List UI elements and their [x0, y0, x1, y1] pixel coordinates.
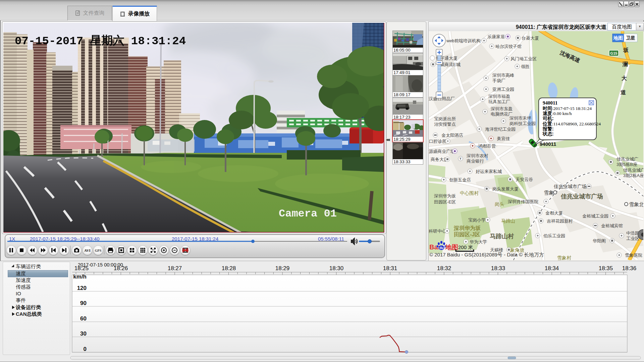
svg-text:威商流E城: 威商流E城 [440, 62, 461, 67]
svg-text:佳兆业城广: 佳兆业城广 [616, 157, 638, 162]
svg-text:深圳市东盈: 深圳市东盈 [490, 106, 513, 111]
svg-text:岗头: 岗头 [495, 201, 504, 207]
svg-text:30: 30 [80, 330, 87, 337]
svg-text:深圳市禾坪: 深圳市禾坪 [509, 116, 531, 121]
svg-text:3期2栋A座: 3期2栋A座 [623, 173, 643, 178]
svg-text:商业银行: 商业银行 [467, 159, 484, 164]
svg-text:岗头发展大厦: 岗头发展大厦 [492, 186, 519, 191]
svg-text:大: 大 [622, 75, 627, 81]
svg-text:卫星: 卫星 [626, 35, 635, 41]
svg-text:深圳肖传国医院: 深圳肖传国医院 [507, 199, 538, 204]
svg-text:地图: 地图 [613, 35, 623, 41]
svg-text:金太阳酒店: 金太阳酒店 [441, 133, 463, 138]
svg-text:台菱大厦: 台菱大厦 [522, 36, 539, 41]
svg-text:道: 道 [620, 89, 626, 95]
svg-text:940011: 940011 [543, 100, 557, 106]
svg-text:坂: 坂 [623, 47, 629, 53]
svg-text:金裕城宾馆: 金裕城宾馆 [601, 223, 623, 228]
svg-text:华阳阁: 华阳阁 [593, 238, 606, 243]
svg-text:18:28: 18:28 [222, 265, 236, 272]
svg-text:雪象: 雪象 [544, 190, 554, 195]
svg-text:鸿都百货: 鸿都百货 [478, 143, 496, 148]
svg-text:18:29: 18:29 [275, 265, 290, 272]
svg-text:工业区: 工业区 [626, 236, 639, 241]
svg-text:佳兆业城市广场: 佳兆业城市广场 [560, 193, 603, 200]
svg-text:深圳华为坂: 深圳华为坂 [434, 193, 456, 198]
svg-text:中心围村: 中心围村 [460, 190, 479, 196]
svg-text:佳兆业城广: 佳兆业城广 [623, 168, 643, 173]
svg-text:雪象村: 雪象村 [557, 255, 571, 260]
svg-text:领胜: 领胜 [521, 64, 530, 69]
svg-text:web前端培训机构: web前端培训机构 [446, 38, 481, 43]
svg-text:好运来家私城: 好运来家私城 [476, 169, 502, 174]
svg-text:GPS: GPS [95, 249, 102, 252]
svg-text:18:31: 18:31 [383, 265, 397, 272]
svg-text:风门坳工业区: 风门坳工业区 [511, 56, 537, 61]
svg-text:海洋世纪工业园: 海洋世纪工业园 [485, 127, 516, 132]
svg-text:3期5栋B座: 3期5栋B座 [616, 162, 637, 167]
svg-text:伯乐工业园: 伯乐工业园 [543, 233, 565, 238]
svg-text:深圳市高峰: 深圳市高峰 [492, 73, 514, 78]
svg-text:玩具加工厂: 玩具加工厂 [488, 99, 510, 104]
svg-text:源盛商业广场: 源盛商业广场 [429, 149, 455, 154]
svg-text:创新五金店: 创新五金店 [449, 177, 471, 182]
svg-text:田园区-E区: 田园区-E区 [434, 199, 456, 204]
svg-text:© 2017 Baidu - GS(2016)2089号 -: © 2017 Baidu - GS(2016)2089号 - Data © 长地… [429, 252, 544, 257]
svg-text:金都大厦: 金都大厦 [545, 210, 563, 216]
svg-text:120: 120 [77, 285, 87, 291]
svg-text:du: du [439, 246, 443, 250]
svg-text:18:34: 18:34 [545, 265, 559, 272]
svg-text:亚洲工业园: 亚洲工业园 [492, 87, 514, 92]
svg-text:18:32: 18:32 [437, 265, 451, 272]
svg-text:华为大学: 华为大学 [470, 239, 487, 244]
svg-text:AVI: AVI [84, 248, 91, 252]
svg-text:18:26: 18:26 [114, 265, 128, 272]
svg-text:美宜佳: 美宜佳 [497, 136, 510, 141]
svg-text:0: 0 [84, 346, 87, 352]
svg-text:宝岗小学: 宝岗小学 [468, 218, 486, 223]
svg-text:速度:0.00 km/h: 速度:0.00 km/h [543, 111, 572, 116]
svg-text:天安云谷: 天安云谷 [516, 177, 533, 182]
svg-text:深圳市福盈: 深圳市福盈 [488, 94, 510, 99]
svg-text:口腔诊所: 口腔诊所 [429, 139, 446, 144]
svg-text:科研中心: 科研中心 [429, 229, 446, 234]
svg-text:18:27: 18:27 [168, 265, 182, 272]
svg-text:60: 60 [80, 315, 87, 322]
svg-text:治安报警点: 治安报警点 [434, 122, 456, 127]
svg-text:18:35: 18:35 [599, 265, 613, 272]
svg-text:¥: ¥ [459, 157, 462, 161]
svg-text:哈尔滨饺子馆: 哈尔滨饺子馆 [495, 44, 522, 49]
svg-text:澜: 澜 [622, 61, 628, 67]
svg-text:雪象北: 雪象北 [629, 201, 643, 207]
svg-text:状态:: 状态: [542, 131, 554, 136]
svg-text:18:25: 18:25 [74, 265, 89, 272]
svg-text:手袋厂: 手袋厂 [492, 78, 505, 83]
svg-text:马蹄山村: 马蹄山村 [490, 233, 514, 240]
svg-text:G15: G15 [610, 51, 618, 55]
svg-text:18:33: 18:33 [491, 265, 505, 272]
svg-text:乐康家居: 乐康家居 [487, 34, 505, 39]
svg-text:深圳华为坂: 深圳华为坂 [453, 225, 481, 231]
svg-text:18:36: 18:36 [622, 265, 637, 272]
svg-text:司机:: 司机: [543, 116, 554, 121]
svg-text:吉祥花园新村: 吉祥花园新村 [547, 219, 573, 224]
svg-text:岗科技工业园: 岗科技工业园 [509, 121, 536, 126]
svg-text:金裕城工业园: 金裕城工业园 [582, 214, 608, 219]
svg-text:报警:: 报警: [542, 126, 554, 131]
svg-text:宝岗派出所: 宝岗派出所 [434, 116, 456, 121]
svg-text:200 米: 200 米 [458, 244, 473, 250]
svg-text:雪象医院: 雪象医院 [625, 253, 642, 258]
svg-text:18:30: 18:30 [329, 265, 344, 272]
svg-text:时间:2017-07-15 18:31:24: 时间:2017-07-15 18:31:24 [543, 106, 592, 111]
svg-text:田园区-J区: 田园区-J区 [454, 232, 480, 237]
svg-text:深圳市农村: 深圳市农村 [466, 153, 488, 158]
svg-text:马蹄山: 马蹄山 [501, 218, 515, 224]
svg-text:佳兆业城市广场: 佳兆业城市广场 [553, 184, 587, 189]
svg-text:位置:114.0768969, 22.6680524: 位置:114.0768969, 22.6680524 [542, 121, 601, 126]
svg-text:km/h: km/h [73, 274, 87, 280]
svg-text:90: 90 [80, 300, 87, 306]
svg-text:940011: 940011 [540, 141, 556, 147]
